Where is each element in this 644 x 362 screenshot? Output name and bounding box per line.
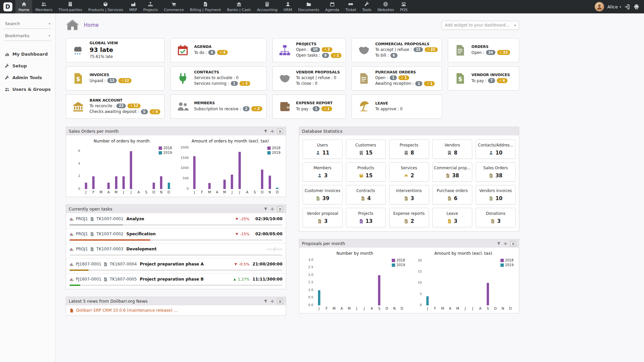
app-logo[interactable]: D: [0, 0, 15, 13]
count-badge[interactable]: 1: [390, 75, 397, 80]
warning-badge[interactable]: ⚠4: [217, 50, 228, 55]
widget-vendor-invoices[interactable]: $VENDOR INVOICESTo pay :7⚠6: [448, 66, 519, 90]
search-select[interactable]: Search ▾: [4, 19, 51, 29]
stat-members[interactable]: Members3: [303, 162, 342, 182]
move-icon[interactable]: [270, 299, 274, 303]
move-icon[interactable]: [503, 242, 507, 246]
warning-badge[interactable]: ⚠5: [150, 109, 160, 114]
close-icon[interactable]: ×: [510, 241, 516, 246]
count-badge[interactable]: 2: [243, 106, 250, 111]
close-icon[interactable]: ×: [277, 129, 283, 134]
warning-badge[interactable]: ⚠1: [331, 53, 341, 58]
nav-item-commerce[interactable]: Commerce: [161, 0, 187, 13]
stat-contracts[interactable]: Contracts4: [346, 185, 386, 204]
widget-expense-report[interactable]: EXPENSE REPORTTo pay :1⚠1: [272, 95, 346, 119]
widget-contracts[interactable]: CONTRACTSServices to activate : 0Service…: [170, 66, 267, 90]
sidebar-item-my-dashboard[interactable]: My Dashboard: [0, 48, 55, 60]
news-item[interactable]: Dolibarr ERP CRM 10.0.6 (maintenance rel…: [66, 305, 286, 315]
count-badge[interactable]: 22: [414, 47, 423, 52]
widget-purchase-orders[interactable]: PURCHASE ORDERSOpen :1⚠1Awaiting recepti…: [352, 66, 442, 90]
sidebar-item-users-groups[interactable]: Users & Groups: [0, 83, 55, 95]
stat-customers[interactable]: Customers15: [346, 139, 386, 159]
widget-bank-account[interactable]: BANK ACCOUNTTo reconcile :23⚠12Checks aw…: [66, 95, 165, 119]
task-ref-link[interactable]: TK1007-0001: [96, 217, 123, 221]
warning-badge[interactable]: ⚠2: [322, 47, 332, 52]
stat-contacts-addres[interactable]: Contacts/Addres...10: [476, 139, 516, 159]
project-ref-link[interactable]: PJ1607-0001: [76, 262, 101, 266]
nav-item-products-services[interactable]: Products | Services: [85, 0, 126, 13]
widget-commercial-proposals[interactable]: COMMERCIAL PROPOSALSTo accept | refuse :…: [352, 38, 442, 62]
project-ref-link[interactable]: PROJ1: [76, 217, 88, 221]
count-badge[interactable]: 9: [322, 53, 329, 58]
count-badge[interactable]: 13: [107, 78, 117, 83]
widget-projects[interactable]: PROJECTSOpen :10⚠2Open tasks :9⚠1: [272, 38, 346, 62]
nav-item-billing-payment[interactable]: Billing | Payment: [187, 0, 224, 13]
count-badge[interactable]: 7: [488, 78, 495, 83]
sidebar-item-admin-tools[interactable]: Admin Tools: [0, 72, 55, 83]
warning-badge[interactable]: ⚠12: [127, 104, 141, 109]
stat-interventions[interactable]: Interventions3: [389, 185, 429, 204]
warning-badge[interactable]: ⚠12: [118, 78, 131, 83]
widget-invoices[interactable]: $INVOICESUnpaid :13⚠12: [66, 66, 165, 90]
logout-icon[interactable]: [625, 4, 630, 10]
news-link[interactable]: Dolibarr ERP CRM 10.0.6 (maintenance rel…: [76, 308, 177, 313]
warning-badge[interactable]: ⚠1: [239, 81, 250, 86]
avatar[interactable]: [595, 2, 604, 11]
task-ref-link[interactable]: TK1607-0004: [110, 262, 137, 266]
warning-badge[interactable]: ⚠1: [398, 75, 409, 80]
nav-item-agenda[interactable]: Agenda: [322, 0, 342, 13]
bookmarks-select[interactable]: Bookmarks ▾: [4, 31, 51, 41]
warning-badge[interactable]: ⚠1: [424, 81, 435, 86]
nav-item-pos[interactable]: POS: [397, 0, 411, 13]
user-menu[interactable]: Alice ▾: [607, 4, 621, 9]
count-badge[interactable]: 10: [311, 47, 320, 52]
stat-expense-reports[interactable]: Expense reports2: [389, 208, 429, 227]
stat-purchase-orders[interactable]: Purchase orders6: [432, 185, 473, 204]
warning-badge[interactable]: ⚠6: [497, 78, 507, 83]
task-ref-link[interactable]: TK1007-0002: [96, 232, 123, 236]
filter-icon[interactable]: [264, 299, 268, 303]
stat-vendor-proposal[interactable]: Vendor proposal3: [303, 208, 342, 227]
stat-projects[interactable]: Projects13: [346, 208, 386, 227]
count-badge[interactable]: 1: [415, 81, 422, 86]
filter-icon[interactable]: [497, 242, 501, 246]
stat-vendors[interactable]: Vendors8: [432, 139, 473, 159]
stat-vendors-invoices[interactable]: Vendors invoices10: [476, 185, 516, 204]
widget-global-view[interactable]: GLOBAL VIEW93 late75.61% late: [66, 38, 165, 62]
stat-donations[interactable]: Donations3: [476, 208, 516, 227]
nav-item-projects[interactable]: Projects: [140, 0, 161, 13]
count-badge[interactable]: 6: [390, 53, 397, 58]
widget-members[interactable]: MEMBERSSubscription to receive :2⚠2: [170, 95, 267, 119]
stat-products[interactable]: Products15: [346, 162, 386, 182]
stat-services[interactable]: Services2: [389, 162, 429, 182]
nav-item-accounting[interactable]: Accounting: [254, 0, 280, 13]
stat-commercial-prop[interactable]: Commercial prop...38: [432, 162, 473, 182]
warning-badge[interactable]: ⚠23: [497, 50, 510, 55]
count-badge[interactable]: 23: [116, 104, 126, 109]
nav-item-ticket[interactable]: Ticket: [342, 0, 359, 13]
widget-leave[interactable]: LEAVETo approve : 0: [352, 95, 442, 119]
task-ref-link[interactable]: TK1607-0005: [110, 277, 137, 282]
add-widget-select[interactable]: Add widget to your dashboard... ▾: [441, 21, 519, 30]
stat-prospects[interactable]: Prospects8: [389, 139, 429, 159]
close-icon[interactable]: ×: [277, 206, 283, 212]
project-ref-link[interactable]: PJ1607-0001: [76, 277, 101, 282]
close-icon[interactable]: ×: [277, 299, 283, 304]
count-badge[interactable]: 4: [208, 50, 215, 55]
stat-sales-orders[interactable]: Sales Orders38: [476, 162, 516, 182]
move-icon[interactable]: [270, 129, 274, 133]
warning-badge[interactable]: ⚠2: [251, 106, 262, 111]
nav-item-home[interactable]: Home: [15, 0, 32, 13]
nav-item-documents[interactable]: Documents: [295, 0, 322, 13]
warning-badge[interactable]: ⚠1: [321, 106, 332, 111]
stat-users[interactable]: Users11: [303, 139, 342, 159]
nav-item-tools[interactable]: Tools: [359, 0, 374, 13]
count-badge[interactable]: 24: [486, 50, 495, 55]
nav-item-third-parties[interactable]: Third-parties: [55, 0, 85, 13]
warning-badge[interactable]: ⚠22: [425, 47, 438, 52]
sidebar-item-setup[interactable]: Setup: [0, 60, 55, 72]
move-icon[interactable]: [270, 207, 274, 211]
filter-icon[interactable]: [264, 207, 268, 211]
nav-item-websites[interactable]: Websites: [374, 0, 397, 13]
count-badge[interactable]: 5: [141, 109, 148, 114]
